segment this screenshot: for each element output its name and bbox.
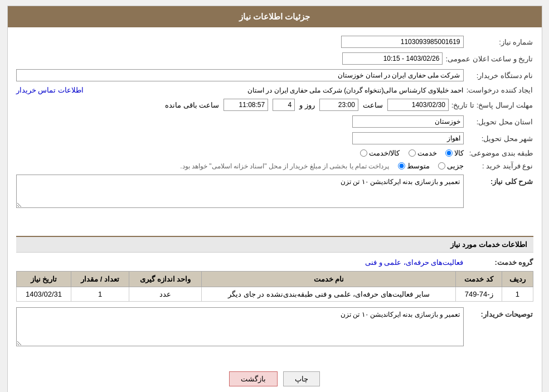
process-medium-radio[interactable] bbox=[398, 162, 405, 170]
process-partial-option[interactable]: جزیی bbox=[438, 162, 464, 170]
buyer-notes-textarea[interactable]: تعمیر و بازسازی بدنه ایرکاندیشن ۱۰ تن تز… bbox=[16, 307, 464, 346]
creator-value: احمد خلیلاوی کارشناس مالی(تنخواه گردان) … bbox=[86, 86, 464, 94]
deadline-time-input[interactable] bbox=[319, 99, 358, 111]
deadline-label: مهلت ارسال پاسخ: تا تاریخ: bbox=[451, 101, 533, 109]
table-cell-2: سایر فعالیت‌های حرفه‌ای، علمی و فنی طبقه… bbox=[202, 287, 456, 302]
table-cell-4: 1 bbox=[71, 287, 129, 302]
col-unit: واحد اندازه گیری bbox=[129, 272, 201, 287]
process-medium-label: متوسط bbox=[407, 162, 430, 170]
content-area: شماره نیاز: تاریخ و ساعت اعلان عمومی: نا… bbox=[8, 27, 542, 392]
back-button[interactable]: بازگشت bbox=[229, 371, 278, 386]
table-body: 1ز-74-749سایر فعالیت‌های حرفه‌ای، علمی و… bbox=[16, 287, 533, 302]
province-input[interactable] bbox=[352, 115, 464, 128]
process-medium-option[interactable]: متوسط bbox=[398, 162, 430, 170]
announce-input[interactable] bbox=[342, 52, 443, 65]
buyer-notes-container: تعمیر و بازسازی بدنه ایرکاندیشن ۱۰ تن تز… bbox=[16, 307, 464, 363]
announce-label: تاریخ و ساعت اعلان عمومی: bbox=[445, 55, 533, 63]
announce-row: تاریخ و ساعت اعلان عمومی: bbox=[16, 52, 533, 65]
need-number-input[interactable] bbox=[341, 36, 464, 48]
city-input[interactable] bbox=[352, 132, 464, 144]
category-service-label: خدمت bbox=[417, 149, 437, 157]
services-section-header: اطلاعات خدمات مورد نیاز bbox=[16, 236, 533, 253]
process-radio-group: جزیی متوسط bbox=[398, 162, 464, 170]
deadline-date-input[interactable] bbox=[387, 99, 449, 111]
main-container: جزئیات اطلاعات نیاز شماره نیاز: تاریخ و … bbox=[7, 6, 542, 392]
buyer-org-label: نام دستگاه خریدار: bbox=[467, 71, 533, 80]
category-goods-service-option[interactable]: کالا/خدمت bbox=[360, 149, 400, 157]
table-cell-5: 1403/02/31 bbox=[16, 287, 71, 302]
col-service-name: نام خدمت bbox=[202, 272, 456, 287]
services-table: ردیف کد خدمت نام خدمت واحد اندازه گیری ت… bbox=[16, 271, 533, 302]
services-header-text: اطلاعات خدمات مورد نیاز bbox=[450, 240, 528, 249]
page-header: جزئیات اطلاعات نیاز bbox=[8, 6, 542, 27]
category-goods-service-radio[interactable] bbox=[360, 149, 367, 157]
category-goods-label: کالا bbox=[454, 149, 464, 157]
category-label: طبقه بندی موضوعی: bbox=[467, 149, 533, 157]
service-group-row: گروه خدمت: فعالیت‌های حرفه‌ای، علمی و فن… bbox=[16, 258, 533, 267]
description-row: شرح کلی نیاز: تعمیر و بازسازی بدنه ایرکا… bbox=[16, 175, 533, 230]
buyer-notes-row: توصیحات خریدار: تعمیر و بازسازی بدنه ایر… bbox=[16, 307, 533, 363]
description-container: تعمیر و بازسازی بدنه ایرکاندیشن ۱۰ تن تز… bbox=[16, 175, 464, 230]
province-row: استان محل تحویل: bbox=[16, 115, 533, 128]
deadline-days-label: روز و bbox=[299, 101, 315, 109]
col-date: تاریخ نیاز bbox=[16, 272, 71, 287]
creator-contact-link[interactable]: اطلاعات تماس خریدار bbox=[16, 86, 84, 94]
page-title: جزئیات اطلاعات نیاز bbox=[239, 12, 310, 21]
category-service-radio[interactable] bbox=[409, 149, 416, 157]
deadline-hours-label: ساعت باقی مانده bbox=[165, 101, 219, 109]
table-cell-0: 1 bbox=[502, 287, 533, 302]
service-group-label: گروه خدمت: bbox=[467, 258, 533, 267]
buyer-org-input[interactable] bbox=[16, 69, 464, 81]
deadline-days-input[interactable] bbox=[273, 99, 295, 111]
process-partial-label: جزیی bbox=[447, 162, 464, 170]
category-service-option[interactable]: خدمت bbox=[409, 149, 437, 157]
deadline-time-label: ساعت bbox=[363, 101, 383, 109]
category-goods-radio[interactable] bbox=[445, 149, 453, 157]
deadline-fields: ساعت روز و ساعت باقی مانده bbox=[16, 99, 449, 111]
province-label: استان محل تحویل: bbox=[467, 118, 533, 126]
process-row: نوع فرآیند خرید : جزیی متوسط پرداخت تمام… bbox=[16, 162, 533, 170]
col-row-num: ردیف bbox=[502, 272, 533, 287]
description-textarea[interactable]: تعمیر و بازسازی بدنه ایرکاندیشن ۱۰ تن تز… bbox=[16, 175, 464, 208]
category-goods-option[interactable]: کالا bbox=[445, 149, 464, 157]
deadline-remaining-input[interactable] bbox=[224, 99, 268, 111]
category-radio-group: کالا خدمت کالا/خدمت bbox=[360, 149, 464, 157]
city-row: شهر محل تحویل: bbox=[16, 132, 533, 144]
table-header: ردیف کد خدمت نام خدمت واحد اندازه گیری ت… bbox=[16, 272, 533, 287]
need-number-row: شماره نیاز: bbox=[16, 36, 533, 48]
service-group-value[interactable]: فعالیت‌های حرفه‌ای، علمی و فنی bbox=[365, 258, 463, 267]
category-goods-service-label: کالا/خدمت bbox=[369, 149, 400, 157]
col-quantity: تعداد / مقدار bbox=[71, 272, 129, 287]
table-cell-1: ز-74-749 bbox=[456, 287, 502, 302]
deadline-row: مهلت ارسال پاسخ: تا تاریخ: ساعت روز و سا… bbox=[16, 99, 533, 111]
process-partial-radio[interactable] bbox=[438, 162, 445, 170]
button-row: چاپ بازگشت bbox=[16, 371, 533, 386]
need-number-label: شماره نیاز: bbox=[467, 38, 533, 46]
buyer-notes-label: توصیحات خریدار: bbox=[467, 307, 533, 318]
creator-label: ایجاد کننده درخواست: bbox=[467, 86, 533, 94]
description-label: شرح کلی نیاز: bbox=[467, 175, 533, 186]
buyer-org-row: نام دستگاه خریدار: bbox=[16, 69, 533, 81]
category-row: طبقه بندی موضوعی: کالا خدمت کالا/خدمت bbox=[16, 149, 533, 157]
table-row: 1ز-74-749سایر فعالیت‌های حرفه‌ای، علمی و… bbox=[16, 287, 533, 302]
table-cell-3: عدد bbox=[129, 287, 201, 302]
print-button[interactable]: چاپ bbox=[283, 371, 320, 386]
process-label: نوع فرآیند خرید : bbox=[467, 162, 533, 170]
col-service-code: کد خدمت bbox=[456, 272, 502, 287]
city-label: شهر محل تحویل: bbox=[467, 134, 533, 143]
process-note: پرداخت تمام یا بخشی از مبلغ خریدار از مح… bbox=[180, 162, 389, 170]
creator-row: ایجاد کننده درخواست: احمد خلیلاوی کارشنا… bbox=[16, 86, 533, 94]
